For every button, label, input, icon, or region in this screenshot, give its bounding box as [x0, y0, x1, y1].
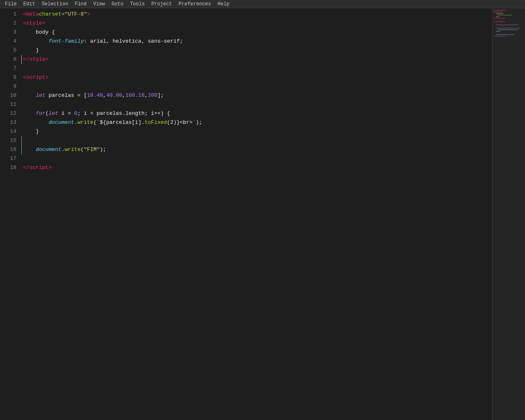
- svg-rect-5: [493, 18, 505, 19]
- menubar: File Edit Selection Find View Goto Tools…: [0, 0, 525, 8]
- menu-help[interactable]: Help: [215, 1, 233, 7]
- line-number: 10: [8, 91, 16, 100]
- menu-view[interactable]: View: [90, 1, 108, 7]
- line-number: 15: [8, 136, 16, 145]
- line-number: 5: [8, 46, 16, 55]
- editor: 1 2 3 4 5 6 7 8 9 10 11 12 13 14 15 16 1…: [0, 8, 525, 420]
- code-line-6: </style>: [21, 55, 492, 64]
- svg-rect-2: [496, 13, 503, 14]
- line-numbers: 1 2 3 4 5 6 7 8 9 10 11 12 13 14 15 16 1…: [0, 8, 21, 420]
- line-number: 8: [8, 73, 16, 82]
- code-line-16: document.write("FIM");: [21, 145, 492, 154]
- svg-rect-0: [493, 10, 506, 11]
- code-line-12: for(let i = 0; i < parcelas.length; i++)…: [21, 109, 492, 118]
- line-number: 14: [8, 127, 16, 136]
- svg-rect-1: [493, 11, 502, 12]
- code-line-7: [21, 64, 492, 73]
- code-line-1: <meta charset="UTF-8">: [21, 10, 492, 19]
- code-line-13: document.write(`${parcelas[i].toFixed(2)…: [21, 118, 492, 127]
- line-number: 4: [8, 37, 16, 46]
- svg-rect-8: [496, 28, 520, 29]
- code-line-9: [21, 82, 492, 91]
- line-number: 17: [8, 154, 16, 163]
- code-line-14: }: [21, 127, 492, 136]
- code-line-5: }: [21, 46, 492, 55]
- line-number: 9: [8, 82, 16, 91]
- menu-find[interactable]: Find: [71, 1, 90, 7]
- svg-rect-7: [496, 25, 518, 25]
- code-content[interactable]: <meta charset="UTF-8"> <style> body { fo…: [21, 8, 492, 420]
- menu-goto[interactable]: Goto: [108, 1, 127, 7]
- line-number: 12: [8, 109, 16, 118]
- menu-edit[interactable]: Edit: [20, 1, 39, 7]
- svg-rect-3: [498, 15, 512, 16]
- svg-rect-9: [498, 30, 518, 30]
- code-line-17: [21, 154, 492, 163]
- menu-preferences[interactable]: Preferences: [175, 1, 214, 7]
- svg-rect-12: [493, 36, 505, 37]
- code-line-18: </script>: [21, 163, 492, 172]
- svg-rect-10: [496, 31, 500, 32]
- svg-rect-4: [496, 16, 499, 17]
- line-number: 7: [8, 64, 16, 73]
- svg-rect-11: [496, 34, 514, 35]
- menu-tools[interactable]: Tools: [127, 1, 148, 7]
- line-number: 6: [8, 55, 16, 64]
- minimap: [492, 8, 525, 420]
- line-number: 16: [8, 145, 16, 154]
- line-number: 2: [8, 19, 16, 28]
- line-number: 13: [8, 118, 16, 127]
- menu-selection[interactable]: Selection: [39, 1, 72, 7]
- menu-file[interactable]: File: [2, 1, 20, 7]
- code-line-4: font-family: arial, helvetica, sans-seri…: [21, 37, 492, 46]
- menu-project[interactable]: Project: [148, 1, 175, 7]
- code-line-15: [21, 136, 492, 145]
- line-number: 11: [8, 100, 16, 109]
- code-line-8: <script>: [21, 73, 492, 82]
- line-number: 18: [8, 163, 16, 172]
- svg-rect-6: [493, 21, 505, 22]
- code-line-10: let parcelas = [10.40,40.00,100.18,200];: [21, 91, 492, 100]
- code-line-3: body {: [21, 28, 492, 37]
- line-number: 1: [8, 10, 16, 19]
- code-line-2: <style>: [21, 19, 492, 28]
- code-line-11: [21, 100, 492, 109]
- line-number: 3: [8, 28, 16, 37]
